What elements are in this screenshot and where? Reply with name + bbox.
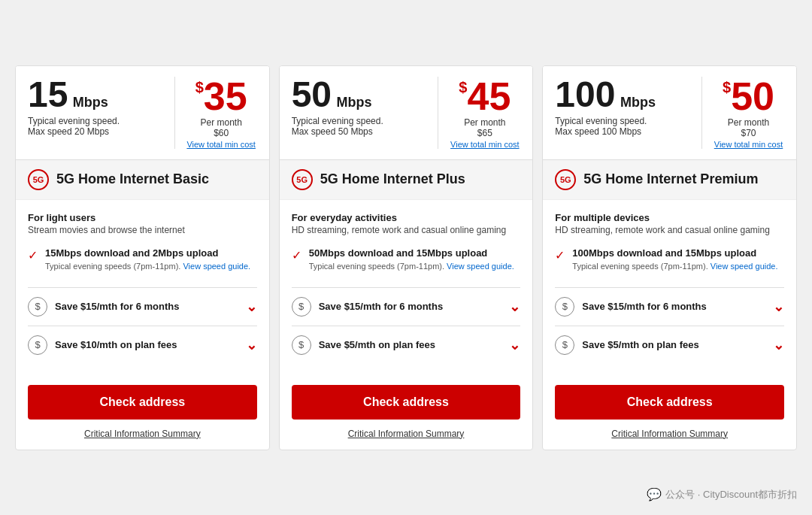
feature-bold-basic: 15Mbps download and 2Mbps upload [45,247,250,259]
price-per-basic: Per month [186,117,257,128]
price-main-basic: $ 35 [186,77,257,116]
plan-speed-premium: 100 Mbps Typical evening speed.Max speed… [555,77,692,149]
plan-price-block-basic: $ 35 Per month $60 View total min cost [174,77,257,149]
watermark-icon: 💬 [647,487,662,501]
check-address-button-premium[interactable]: Check address [555,385,784,420]
badge-5g-plus: 5G [292,169,313,190]
chevron-down-icon-basic-1[interactable]: ⌄ [246,337,257,353]
chevron-down-icon-premium-1[interactable]: ⌄ [773,337,784,353]
plan-speed-plus: 50 Mbps Typical evening speed.Max speed … [292,77,429,149]
plan-name-row-premium: 5G 5G Home Internet Premium [543,160,796,200]
price-dollar-premium: $ [723,80,731,95]
plans-container: 15 Mbps Typical evening speed.Max speed … [8,58,804,458]
plan-tagline-premium: For multiple devices [555,212,784,223]
plan-header-basic: 15 Mbps Typical evening speed.Max speed … [16,66,269,160]
plan-tagline-plus: For everyday activities [292,212,521,223]
price-link-basic[interactable]: View total min cost [186,140,257,149]
feature-sub-plus: Typical evening speeds (7pm-11pm). View … [309,262,514,271]
dollar-icon-basic-1: $ [28,335,47,355]
plan-price-block-premium: $ 50 Per month $70 View total min cost [701,77,784,149]
plan-cta-premium: Check address Critical Information Summa… [543,376,796,450]
critical-info-link-plus[interactable]: Critical Information Summary [292,429,521,439]
badge-5g-basic: 5G [28,169,49,190]
savings-row-basic-1: $ Save $10/mth on plan fees ⌄ [28,326,257,364]
feature-sub-basic: Typical evening speeds (7pm-11pm). View … [45,262,250,271]
speed-guide-link-basic[interactable]: View speed guide. [183,262,250,271]
feature-sub-premium: Typical evening speeds (7pm-11pm). View … [572,262,777,271]
plan-header-premium: 100 Mbps Typical evening speed.Max speed… [543,66,796,160]
plan-name-plus: 5G Home Internet Plus [320,171,465,187]
speed-guide-link-plus[interactable]: View speed guide. [447,262,514,271]
speed-unit-plus: Mbps [337,95,372,110]
price-per-premium: Per month [713,117,784,128]
price-amount-basic: 35 [204,77,247,116]
chevron-down-icon-basic-0[interactable]: ⌄ [246,298,257,315]
plan-cta-plus: Check address Critical Information Summa… [280,376,533,450]
savings-row-basic-0: $ Save $15/mth for 6 months ⌄ [28,287,257,326]
feature-row-premium: ✓ 100Mbps download and 15Mbps upload Typ… [555,247,784,272]
check-address-button-plus[interactable]: Check address [292,385,521,420]
dollar-icon-premium-0: $ [555,297,574,317]
watermark-text: 公众号 · CityDiscount都市折扣 [665,488,797,501]
plan-tagline-desc-plus: HD streaming, remote work and casual onl… [292,225,521,235]
price-was-plus: $65 [449,128,520,138]
plan-card-premium: 100 Mbps Typical evening speed.Max speed… [542,65,797,450]
savings-text-premium-0: Save $15/mth for 6 months [582,301,706,312]
watermark: 💬 公众号 · CityDiscount都市折扣 [647,487,797,501]
savings-section-plus: $ Save $15/mth for 6 months ⌄ $ Save $5/… [292,287,521,364]
price-dollar-plus: $ [459,80,467,95]
savings-left-basic-1: $ Save $10/mth on plan fees [28,335,177,355]
check-icon-premium: ✓ [555,248,565,262]
plan-body-plus: For everyday activities HD streaming, re… [280,200,533,376]
check-address-button-basic[interactable]: Check address [28,385,257,420]
plan-name-premium: 5G Home Internet Premium [583,171,758,187]
critical-info-link-premium[interactable]: Critical Information Summary [555,429,784,439]
plan-price-block-plus: $ 45 Per month $65 View total min cost [438,77,520,149]
plan-tagline-basic: For light users [28,212,257,223]
dollar-icon-basic-0: $ [28,297,47,317]
plan-name-row-basic: 5G 5G Home Internet Basic [16,160,269,200]
savings-text-plus-1: Save $5/mth on plan fees [319,339,435,350]
critical-info-link-basic[interactable]: Critical Information Summary [28,429,257,439]
savings-text-basic-0: Save $15/mth for 6 months [55,301,179,312]
dollar-icon-plus-0: $ [292,297,311,317]
plan-body-basic: For light users Stream movies and browse… [16,200,269,376]
feature-text-premium: 100Mbps download and 15Mbps upload Typic… [572,247,777,272]
feature-text-basic: 15Mbps download and 2Mbps upload Typical… [45,247,250,272]
plan-body-premium: For multiple devices HD streaming, remot… [543,200,796,376]
dollar-icon-premium-1: $ [555,335,574,355]
savings-row-plus-0: $ Save $15/mth for 6 months ⌄ [292,287,521,326]
speed-guide-link-premium[interactable]: View speed guide. [710,262,778,271]
plan-card-basic: 15 Mbps Typical evening speed.Max speed … [15,65,270,450]
savings-section-premium: $ Save $15/mth for 6 months ⌄ $ Save $5/… [555,287,784,364]
savings-row-premium-0: $ Save $15/mth for 6 months ⌄ [555,287,784,326]
plan-name-row-plus: 5G 5G Home Internet Plus [280,160,533,200]
price-main-premium: $ 50 [713,77,784,116]
price-was-basic: $60 [186,128,257,138]
chevron-down-icon-plus-0[interactable]: ⌄ [509,298,520,315]
speed-unit-premium: Mbps [620,95,656,110]
savings-text-plus-0: Save $15/mth for 6 months [319,301,443,312]
plan-header-plus: 50 Mbps Typical evening speed.Max speed … [280,66,533,160]
chevron-down-icon-plus-1[interactable]: ⌄ [509,337,520,353]
price-dollar-basic: $ [195,80,204,95]
savings-row-premium-1: $ Save $5/mth on plan fees ⌄ [555,326,784,364]
speed-desc-premium: Typical evening speed.Max speed 100 Mbps [555,116,692,137]
chevron-down-icon-premium-0[interactable]: ⌄ [773,298,784,315]
speed-desc-basic: Typical evening speed.Max speed 20 Mbps [28,116,165,137]
savings-left-premium-1: $ Save $5/mth on plan fees [555,335,698,355]
price-link-premium[interactable]: View total min cost [713,140,784,149]
speed-value-plus: 50 [292,74,332,114]
feature-row-plus: ✓ 50Mbps download and 15Mbps upload Typi… [292,247,521,272]
savings-row-plus-1: $ Save $5/mth on plan fees ⌄ [292,326,521,364]
check-icon-basic: ✓ [28,248,38,262]
savings-left-basic-0: $ Save $15/mth for 6 months [28,297,179,317]
plan-name-basic: 5G Home Internet Basic [56,171,209,187]
price-amount-plus: 45 [467,77,511,116]
price-per-plus: Per month [449,117,520,128]
price-link-plus[interactable]: View total min cost [449,140,520,149]
speed-value-premium: 100 [555,74,615,114]
badge-5g-premium: 5G [555,169,576,190]
plan-speed-basic: 15 Mbps Typical evening speed.Max speed … [28,77,165,149]
plan-tagline-desc-premium: HD streaming, remote work and casual onl… [555,225,784,235]
